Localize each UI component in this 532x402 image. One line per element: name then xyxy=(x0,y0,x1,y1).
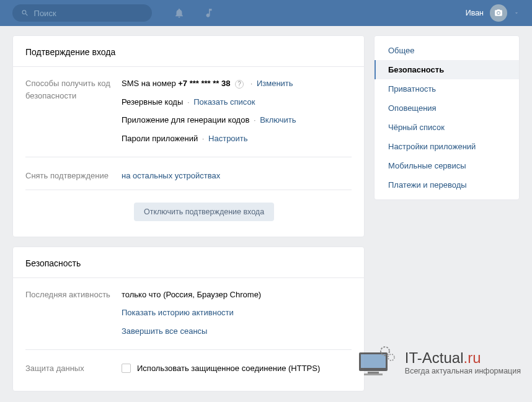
enable-app-link[interactable]: Включить xyxy=(260,115,296,125)
codegen-app-line: Приложение для генерации кодов · Включит… xyxy=(122,114,352,126)
configure-link[interactable]: Настроить xyxy=(208,134,248,143)
show-list-link[interactable]: Показать список xyxy=(193,97,255,107)
user-name: Иван xyxy=(466,9,484,17)
https-checkbox[interactable]: Использовать защищенное соединение (HTTP… xyxy=(122,362,320,375)
bell-icon[interactable] xyxy=(174,7,185,19)
disable-confirmation-button[interactable]: Отключить подтверждение входа xyxy=(134,203,274,221)
checkbox-box xyxy=(122,364,131,373)
sidebar-item-privacy[interactable]: Приватность xyxy=(375,79,519,98)
card-login-confirmation: Подтверждение входа Способы получить код… xyxy=(12,35,365,237)
top-icons xyxy=(174,7,215,19)
app-passwords-line: Пароли приложений · Настроить xyxy=(122,133,352,145)
sidebar-item-payments[interactable]: Платежи и переводы xyxy=(375,175,519,194)
revoke-label: Снять подтверждение xyxy=(25,170,122,182)
sidebar-item-mobile[interactable]: Мобильные сервисы xyxy=(375,156,519,175)
sms-line: SMS на номер +7 *** *** ** 38 ? · Измени… xyxy=(122,77,352,90)
end-sessions-link[interactable]: Завершить все сеансы xyxy=(122,326,207,336)
sidebar-item-security[interactable]: Безопасность xyxy=(375,60,519,79)
camera-icon xyxy=(494,9,503,17)
topbar: Иван xyxy=(0,0,532,26)
data-protection-label: Защита данных xyxy=(25,362,122,377)
user-menu[interactable]: Иван xyxy=(466,4,520,22)
sidebar-item-blacklist[interactable]: Чёрный список xyxy=(375,118,519,137)
backup-codes-line: Резервные коды · Показать список xyxy=(122,96,352,108)
change-number-link[interactable]: Изменить xyxy=(257,79,293,88)
help-icon[interactable]: ? xyxy=(235,80,244,89)
search-wrap[interactable] xyxy=(12,4,152,22)
settings-sidebar: Общее Безопасность Приватность Оповещени… xyxy=(374,35,520,200)
last-activity-value: только что (Россия, Браузер Chrome) xyxy=(122,289,352,301)
https-label: Использовать защищенное соединение (HTTP… xyxy=(137,362,320,375)
revoke-other-devices-link[interactable]: на остальных устройствах xyxy=(122,171,220,180)
chevron-down-icon xyxy=(513,10,520,16)
last-activity-label: Последняя активность xyxy=(25,289,122,338)
methods-label: Способы получить код безопасности xyxy=(25,77,122,144)
sidebar-item-general[interactable]: Общее xyxy=(375,41,519,60)
sidebar-item-app-settings[interactable]: Настройки приложений xyxy=(375,137,519,156)
search-icon xyxy=(21,9,29,17)
show-history-link[interactable]: Показать историю активности xyxy=(122,308,234,317)
search-input[interactable] xyxy=(34,9,143,18)
card-security: Безопасность Последняя активность только… xyxy=(12,247,365,391)
avatar xyxy=(490,4,507,22)
sidebar-item-notifications[interactable]: Оповещения xyxy=(375,98,519,118)
music-icon[interactable] xyxy=(203,7,215,19)
card-title: Безопасность xyxy=(13,247,364,278)
card-title: Подтверждение входа xyxy=(13,36,364,67)
